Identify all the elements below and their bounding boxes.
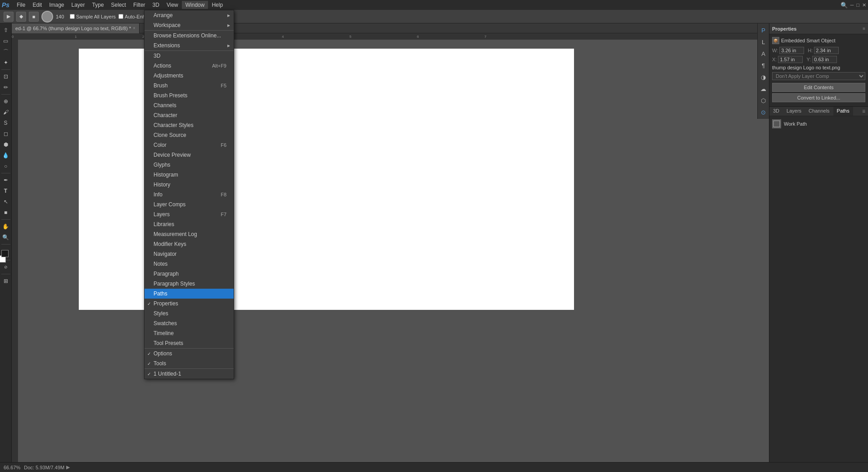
tool-crop[interactable]: ⊡ xyxy=(1,72,11,82)
auto-enhance-checkbox[interactable] xyxy=(118,14,123,19)
y-input[interactable] xyxy=(812,56,837,63)
tool-eyedropper[interactable]: ✏ xyxy=(1,82,11,92)
brush-preview[interactable] xyxy=(41,11,53,23)
menu-item-character-styles[interactable]: Character Styles xyxy=(145,120,234,130)
layers-toggle-btn[interactable]: L xyxy=(759,37,769,47)
libraries-toggle-btn[interactable]: ☁ xyxy=(759,84,769,94)
document-tab[interactable]: ed-1 @ 66.7% (thump design Logo no text,… xyxy=(12,23,140,33)
tool-brush[interactable]: 🖌 xyxy=(1,107,11,117)
menu-item-timeline[interactable]: Timeline xyxy=(145,328,234,338)
menu-item-channels[interactable]: Channels xyxy=(145,100,234,110)
canvas-inner[interactable] xyxy=(18,40,769,462)
menu-item-styles[interactable]: Styles xyxy=(145,309,234,318)
menu-item-swatches[interactable]: Swatches xyxy=(145,318,234,328)
tool-brush-alt2[interactable]: ■ xyxy=(29,12,39,22)
menu-item-arrange[interactable]: Arrange xyxy=(145,10,234,20)
tab-layers[interactable]: Layers xyxy=(783,107,805,116)
tool-hand[interactable]: ✋ xyxy=(1,222,11,231)
x-input[interactable] xyxy=(778,56,803,63)
type-toggle-btn[interactable]: A xyxy=(759,49,769,59)
tool-zoom[interactable]: 🔍 xyxy=(1,232,11,242)
menu-image[interactable]: Image xyxy=(45,1,68,9)
menu-3d[interactable]: 3D xyxy=(149,1,163,9)
menu-item-paragraph-styles[interactable]: Paragraph Styles xyxy=(145,279,234,289)
menu-item-3d[interactable]: 3D xyxy=(145,51,234,61)
menu-item-untitled-1[interactable]: ✓ 1 Untitled-1 xyxy=(145,369,234,379)
menu-item-browse-extensions[interactable]: Browse Extensions Online... xyxy=(145,31,234,41)
paths-item-work-path[interactable]: Work Path xyxy=(769,118,868,130)
tool-quick-mask[interactable]: ⊘ xyxy=(1,262,11,272)
menu-item-properties[interactable]: ✓ Properties xyxy=(145,299,234,309)
menu-item-modifier-keys[interactable]: Modifier Keys xyxy=(145,239,234,249)
tool-lasso[interactable]: ⌒ xyxy=(1,47,11,57)
tool-clone-stamp[interactable]: S xyxy=(1,118,11,128)
tool-history-brush[interactable]: ▶ xyxy=(4,12,14,22)
menu-item-color[interactable]: Color F6 xyxy=(145,140,234,150)
tab-3d[interactable]: 3D xyxy=(769,107,783,116)
menu-item-options[interactable]: ✓ Options xyxy=(145,349,234,359)
menu-window[interactable]: Window xyxy=(182,1,208,9)
menu-item-history[interactable]: History xyxy=(145,180,234,190)
tool-path-select[interactable]: ↖ xyxy=(1,197,11,207)
tool-brush-alt1[interactable]: ◆ xyxy=(16,12,26,22)
properties-toggle-btn[interactable]: P xyxy=(759,25,769,35)
menu-edit[interactable]: Edit xyxy=(29,1,45,9)
menu-layer[interactable]: Layer xyxy=(68,1,89,9)
tool-select-rect[interactable]: ▭ xyxy=(1,36,11,46)
tool-paint-bucket[interactable]: ⬢ xyxy=(1,140,11,150)
status-arrow-btn[interactable]: ▶ xyxy=(66,464,70,470)
layer-comp-select[interactable]: Don't Apply Layer Comp xyxy=(772,72,865,80)
tool-pen[interactable]: ✒ xyxy=(1,175,11,185)
menu-item-character[interactable]: Character xyxy=(145,110,234,120)
tool-screen-mode[interactable]: ⊞ xyxy=(1,276,11,286)
restore-icon[interactable]: □ xyxy=(856,2,859,8)
tool-text[interactable]: T xyxy=(1,186,11,196)
sample-all-layers-checkbox[interactable] xyxy=(70,14,75,19)
menu-select[interactable]: Select xyxy=(108,1,130,9)
sample-all-layers-label[interactable]: Sample All Layers xyxy=(70,14,116,19)
height-input[interactable] xyxy=(814,47,839,54)
menu-item-workspace[interactable]: Workspace xyxy=(145,20,234,30)
menu-file[interactable]: File xyxy=(13,1,29,9)
search-icon[interactable]: 🔍 xyxy=(841,2,848,9)
tool-healing[interactable]: ⊕ xyxy=(1,96,11,106)
menu-view[interactable]: View xyxy=(163,1,182,9)
paths-toggle-btn[interactable]: ⊙ xyxy=(759,107,769,117)
minimize-icon[interactable]: ─ xyxy=(850,2,854,8)
menu-type[interactable]: Type xyxy=(89,1,108,9)
menu-item-navigator[interactable]: Navigator xyxy=(145,249,234,259)
menu-item-clone-source[interactable]: Clone Source xyxy=(145,130,234,140)
menu-item-glyphs[interactable]: Glyphs xyxy=(145,160,234,170)
menu-item-libraries[interactable]: Libraries xyxy=(145,219,234,229)
close-icon[interactable]: ✕ xyxy=(862,2,866,8)
properties-menu-btn[interactable]: ≡ xyxy=(863,26,865,31)
menu-item-brush[interactable]: Brush F5 xyxy=(145,81,234,91)
smart-obj-toggle-btn[interactable]: ⬡ xyxy=(759,95,769,105)
menu-item-measurement-log[interactable]: Measurement Log xyxy=(145,229,234,239)
tool-eraser[interactable]: ◻ xyxy=(1,129,11,139)
menu-item-actions[interactable]: Actions Alt+F9 xyxy=(145,61,234,71)
menu-item-adjustments[interactable]: Adjustments xyxy=(145,71,234,81)
paths-panel-menu-btn[interactable]: ≡ xyxy=(859,107,868,116)
menu-item-brush-presets[interactable]: Brush Presets xyxy=(145,91,234,100)
menu-filter[interactable]: Filter xyxy=(130,1,149,9)
menu-item-info[interactable]: Info F8 xyxy=(145,190,234,200)
tool-dodge[interactable]: ○ xyxy=(1,161,11,171)
tab-channels[interactable]: Channels xyxy=(805,107,833,116)
menu-item-paths[interactable]: Paths xyxy=(145,289,234,299)
tab-paths[interactable]: Paths xyxy=(833,107,853,116)
tool-magic-wand[interactable]: ✦ xyxy=(1,58,11,68)
menu-item-notes[interactable]: Notes xyxy=(145,259,234,269)
menu-item-tool-presets[interactable]: Tool Presets xyxy=(145,338,234,348)
menu-item-device-preview[interactable]: Device Preview xyxy=(145,150,234,160)
menu-item-layers[interactable]: Layers F7 xyxy=(145,209,234,219)
tool-move[interactable]: ⇧ xyxy=(1,25,11,35)
edit-contents-btn[interactable]: Edit Contents xyxy=(772,83,865,92)
color-toggle-btn[interactable]: ◑ xyxy=(759,72,769,82)
tool-shape[interactable]: ■ xyxy=(1,208,11,218)
tab-close-btn[interactable]: × xyxy=(133,26,136,31)
tool-blur[interactable]: 💧 xyxy=(1,150,11,160)
paragraph-toggle-btn[interactable]: ¶ xyxy=(759,60,769,70)
foreground-color-swatch[interactable] xyxy=(1,250,9,257)
menu-item-extensions[interactable]: Extensions xyxy=(145,41,234,50)
